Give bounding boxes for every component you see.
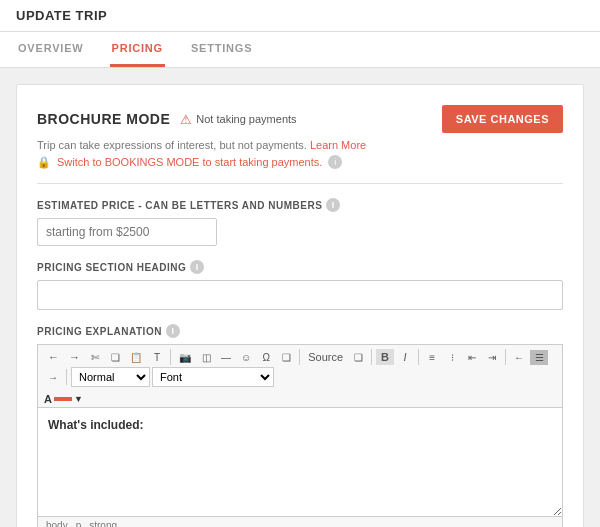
tag-body: body (46, 520, 68, 527)
toolbar-cut[interactable]: ✄ (86, 350, 104, 365)
switch-bookings-row: 🔒 Switch to BOOKINGS MODE to start takin… (37, 155, 563, 169)
main-content: BROCHURE MODE ⚠ Not taking payments SAVE… (0, 68, 600, 527)
switch-bookings-link[interactable]: Switch to BOOKINGS MODE to start taking … (57, 156, 322, 168)
toolbar-align-right[interactable]: → (44, 370, 62, 385)
toolbar-indent[interactable]: ⇥ (483, 350, 501, 365)
toolbar-align-center[interactable]: ☰ (530, 350, 548, 365)
toolbar-sep4 (418, 349, 419, 365)
tab-settings[interactable]: SETTINGS (189, 32, 254, 67)
color-dropdown-arrow[interactable]: ▼ (74, 394, 83, 404)
pricing-heading-input[interactable] (37, 280, 563, 310)
editor-content: What's included: (48, 418, 552, 432)
info-icon-explanation[interactable]: i (166, 324, 180, 338)
estimated-price-input[interactable] (37, 218, 217, 246)
toolbar-image[interactable]: 📷 (175, 350, 195, 365)
toolbar-sep6 (66, 369, 67, 385)
toolbar-sep2 (299, 349, 300, 365)
toolbar-bold[interactable]: B (376, 349, 394, 365)
font-color-btn[interactable]: A ▼ (44, 393, 83, 405)
tab-overview[interactable]: OVERVIEW (16, 32, 86, 67)
editor-area[interactable]: What's included: (37, 407, 563, 517)
brochure-title-group: BROCHURE MODE ⚠ Not taking payments (37, 111, 297, 127)
info-icon-switch[interactable]: i (328, 155, 342, 169)
toolbar-sep3 (371, 349, 372, 365)
tag-strong: strong (89, 520, 117, 527)
pricing-card: BROCHURE MODE ⚠ Not taking payments SAVE… (16, 84, 584, 527)
page-title: UPDATE TRIP (16, 8, 107, 23)
estimated-price-label: ESTIMATED PRICE - CAN BE LETTERS AND NUM… (37, 198, 563, 212)
toolbar-copy[interactable]: ❏ (106, 350, 124, 365)
toolbar-font-select[interactable]: Font Arial Times New Roman (152, 367, 274, 387)
toolbar-smiley[interactable]: ☺ (237, 350, 255, 365)
toolbar-format-select[interactable]: Normal Heading 1 Heading 2 (71, 367, 150, 387)
toolbar-paste[interactable]: 📋 (126, 350, 146, 365)
tag-p: p (76, 520, 82, 527)
toolbar-ol[interactable]: ≡ (423, 350, 441, 365)
brochure-title: BROCHURE MODE (37, 111, 170, 127)
editor-footer: body p strong (37, 517, 563, 527)
warning-icon: ⚠ (180, 112, 192, 127)
learn-more-link[interactable]: Learn More (310, 139, 366, 151)
save-changes-button-top[interactable]: SAVE CHANGES (442, 105, 563, 133)
toolbar-redo[interactable]: → (65, 349, 84, 365)
toolbar-undo[interactable]: ← (44, 349, 63, 365)
toolbar-paste-text[interactable]: T (148, 350, 166, 365)
tabs-bar: OVERVIEW PRICING SETTINGS (0, 32, 600, 68)
toolbar-iframe[interactable]: ❑ (277, 350, 295, 365)
toolbar-italic[interactable]: I (396, 349, 414, 365)
toolbar-special[interactable]: Ω (257, 350, 275, 365)
color-swatch (54, 397, 72, 401)
toolbar-align-left[interactable]: ← (510, 350, 528, 365)
editor-toolbar-row1: ← → ✄ ❏ 📋 T 📷 ◫ ― ☺ Ω ❑ Source ❏ B I ≡ ⁝… (37, 344, 563, 391)
toolbar-outdent[interactable]: ⇤ (463, 350, 481, 365)
brochure-header: BROCHURE MODE ⚠ Not taking payments SAVE… (37, 105, 563, 133)
pricing-explanation-label: PRICING EXPLANATION i (37, 324, 563, 338)
divider-1 (37, 183, 563, 184)
toolbar-sep1 (170, 349, 171, 365)
lock-icon: 🔒 (37, 156, 51, 169)
brochure-description: Trip can take expressions of interest, b… (37, 139, 563, 151)
toolbar-maximize[interactable]: ❏ (349, 350, 367, 365)
toolbar-source[interactable]: Source (304, 349, 347, 365)
toolbar-hline[interactable]: ― (217, 350, 235, 365)
toolbar-sep5 (505, 349, 506, 365)
editor-toolbar-row2: A ▼ (37, 391, 563, 407)
pricing-heading-label: PRICING SECTION HEADING i (37, 260, 563, 274)
toolbar-ul[interactable]: ⁝ (443, 350, 461, 365)
info-icon-price[interactable]: i (326, 198, 340, 212)
tab-pricing[interactable]: PRICING (110, 32, 165, 67)
info-icon-heading[interactable]: i (190, 260, 204, 274)
font-color-label: A (44, 393, 52, 405)
toolbar-table[interactable]: ◫ (197, 350, 215, 365)
payment-status: ⚠ Not taking payments (180, 112, 296, 127)
payment-status-label: Not taking payments (196, 113, 296, 125)
top-header: UPDATE TRIP (0, 0, 600, 32)
